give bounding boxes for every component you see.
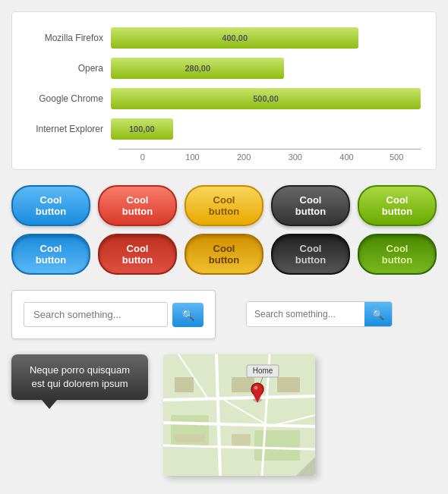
axis-300: 300 xyxy=(270,153,321,162)
chart-row-ie: Internet Explorer 100,00 xyxy=(27,118,421,140)
chart-bar-container-opera: 280,00 xyxy=(111,58,421,79)
chart-label-firefox: Mozilla Firefox xyxy=(27,33,111,43)
chart-row-chrome: Google Chrome 500,00 xyxy=(27,88,421,109)
svg-point-22 xyxy=(254,386,258,390)
search-box-small: 🔍 xyxy=(246,301,393,327)
cool-button-red-2[interactable]: Cool button xyxy=(98,234,177,275)
buttons-section: Cool button Cool button Cool button Cool… xyxy=(11,185,437,275)
chart-bar-firefox: 400,00 xyxy=(111,27,358,49)
search-box-large: 🔍 xyxy=(11,290,216,339)
buttons-row-1: Cool button Cool button Cool button Cool… xyxy=(11,185,437,226)
map-svg: Home xyxy=(163,354,315,476)
chart-axis: 0 100 200 300 400 500 xyxy=(118,149,421,162)
cool-button-blue-2[interactable]: Cool button xyxy=(11,234,90,275)
chart-bar-ie: 100,00 xyxy=(111,118,173,140)
chart-bar-container-firefox: 400,00 xyxy=(111,27,421,49)
search-input-small[interactable] xyxy=(247,302,364,326)
axis-0: 0 xyxy=(118,153,167,162)
axis-400: 400 xyxy=(321,153,373,162)
search-icon-small: 🔍 xyxy=(372,309,384,320)
chart-bar-container-ie: 100,00 xyxy=(111,118,421,140)
cool-button-blue-1[interactable]: Cool button xyxy=(11,185,90,226)
tooltip-arrow xyxy=(42,400,57,409)
search-button-small[interactable]: 🔍 xyxy=(364,302,392,326)
svg-text:Home: Home xyxy=(253,367,273,375)
map-image: Home xyxy=(163,354,315,476)
svg-rect-13 xyxy=(277,377,300,392)
cool-button-green-1[interactable]: Cool button xyxy=(358,185,437,226)
search-section: 🔍 🔍 xyxy=(11,290,437,339)
chart-bar-container-chrome: 500,00 xyxy=(111,88,421,109)
chart-bar-chrome: 500,00 xyxy=(111,88,421,109)
svg-rect-14 xyxy=(175,434,205,442)
cool-button-yellow-1[interactable]: Cool button xyxy=(185,185,263,226)
bar-chart: Mozilla Firefox 400,00 Opera 280,00 Goog… xyxy=(27,27,421,162)
svg-rect-11 xyxy=(175,377,194,392)
search-box-small-wrapper: 🔍 xyxy=(246,290,393,327)
svg-rect-15 xyxy=(232,434,251,445)
chart-row-firefox: Mozilla Firefox 400,00 xyxy=(27,27,421,49)
svg-point-21 xyxy=(251,383,263,395)
map-container: Home xyxy=(163,354,315,476)
tooltip-text: Neque porro quisquam est qui dolorem ips… xyxy=(30,364,130,389)
axis-100: 100 xyxy=(167,153,219,162)
axis-200: 200 xyxy=(218,153,270,162)
chart-label-opera: Opera xyxy=(27,63,111,74)
cool-button-yellow-2[interactable]: Cool button xyxy=(185,234,263,275)
axis-500: 500 xyxy=(372,153,421,162)
search-icon-large: 🔍 xyxy=(181,309,194,321)
chart-section: Mozilla Firefox 400,00 Opera 280,00 Goog… xyxy=(11,11,437,170)
svg-rect-2 xyxy=(254,430,300,461)
buttons-row-2: Cool button Cool button Cool button Cool… xyxy=(11,234,437,275)
tooltip-box: Neque porro quisquam est qui dolorem ips… xyxy=(11,354,148,400)
search-button-large[interactable]: 🔍 xyxy=(172,303,203,327)
chart-bar-opera: 280,00 xyxy=(111,58,284,79)
chart-row-opera: Opera 280,00 xyxy=(27,58,421,79)
cool-button-green-2[interactable]: Cool button xyxy=(358,234,437,275)
cool-button-dark-1[interactable]: Cool button xyxy=(271,185,350,226)
tooltip-container: Neque porro quisquam est qui dolorem ips… xyxy=(11,354,148,409)
cool-button-dark-2[interactable]: Cool button xyxy=(271,234,350,275)
chart-label-chrome: Google Chrome xyxy=(27,93,111,104)
bottom-section: Neque porro quisquam est qui dolorem ips… xyxy=(11,354,437,476)
cool-button-red-1[interactable]: Cool button xyxy=(98,185,177,226)
chart-label-ie: Internet Explorer xyxy=(27,124,111,134)
search-input-large[interactable] xyxy=(24,302,168,327)
